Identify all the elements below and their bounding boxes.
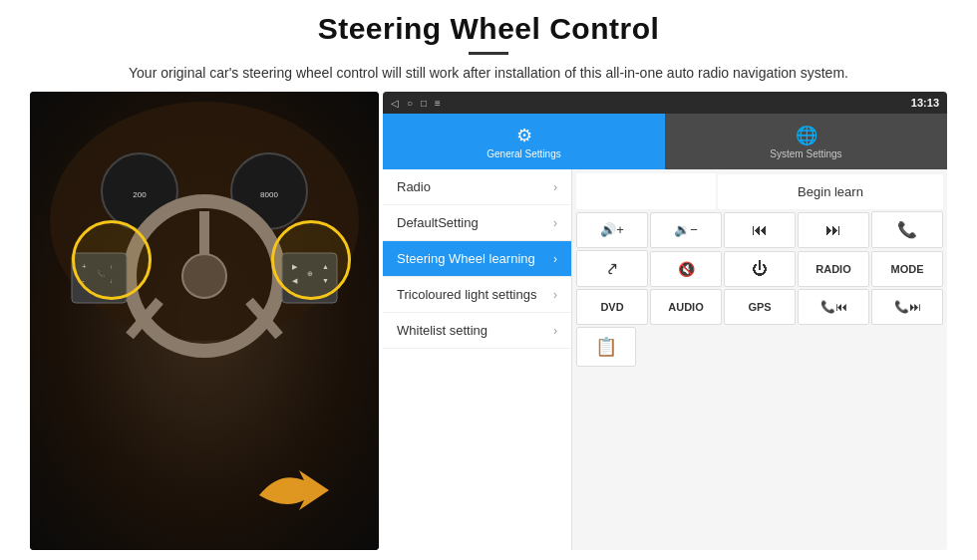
prev-track-icon: ⏮ [752, 221, 768, 239]
arrow-svg [249, 460, 349, 530]
title-divider [469, 52, 508, 55]
highlight-right [271, 220, 351, 300]
page-container: Steering Wheel Control Your original car… [0, 0, 977, 560]
content-section: 200 8000 + - 📞 ↑ [0, 92, 977, 560]
phone-icon: 📞 [897, 220, 917, 239]
dvd-button-label: DVD [600, 301, 623, 313]
phone-next-button[interactable]: 📞⏭ [871, 289, 943, 325]
power-icon: ⏻ [752, 260, 768, 278]
dvd-button[interactable]: DVD [576, 289, 648, 325]
mute-icon: 🔇 [678, 261, 695, 277]
phone-next-icon: 📞⏭ [894, 300, 921, 314]
menu-item-whitelist-label: Whitelist setting [397, 323, 553, 338]
tab-system[interactable]: 🌐 System Settings [665, 114, 947, 169]
svg-point-6 [182, 254, 226, 298]
audio-button-label: AUDIO [668, 301, 703, 313]
vol-up-button[interactable]: 🔊+ [576, 212, 648, 248]
control-row-4: DVD AUDIO GPS 📞⏮ 📞⏭ [576, 289, 943, 325]
hang-up-button[interactable]: ↩ [576, 250, 648, 287]
control-row-3: ↩ 🔇 ⏻ RADIO MODE [576, 250, 943, 287]
folder-button[interactable]: 📋 [576, 327, 636, 367]
begin-learn-button[interactable]: Begin learn [718, 174, 943, 209]
phone-prev-icon: 📞⏮ [820, 300, 847, 314]
power-button[interactable]: ⏻ [724, 251, 796, 287]
tab-general-label: General Settings [487, 148, 561, 159]
gps-button[interactable]: GPS [724, 289, 796, 325]
main-content: Radio › DefaultSetting › Steering Wheel … [383, 169, 947, 550]
menu-item-whitelist[interactable]: Whitelist setting › [383, 313, 571, 349]
car-image-bg: 200 8000 + - 📞 ↑ [30, 92, 379, 550]
menu-icon[interactable]: ≡ [435, 98, 441, 109]
chevron-right-icon: › [553, 180, 557, 194]
highlight-left [72, 220, 152, 300]
system-settings-icon: 🌐 [796, 125, 817, 146]
menu-item-defaultsetting[interactable]: DefaultSetting › [383, 205, 571, 241]
gps-button-label: GPS [748, 301, 771, 313]
tablet-panel: ◁ ○ □ ≡ 13:13 ⚙ General Settings 🌐 Syste… [383, 92, 947, 550]
back-icon[interactable]: ◁ [391, 98, 399, 109]
svg-text:8000: 8000 [260, 190, 278, 199]
radio-button[interactable]: RADIO [798, 251, 869, 287]
menu-item-steering-label: Steering Wheel learning [397, 251, 553, 266]
general-settings-icon: ⚙ [516, 125, 532, 146]
menu-item-default-label: DefaultSetting [397, 215, 553, 230]
control-panel: Begin learn 🔊+ 🔉− ⏮ [572, 169, 947, 550]
menu-item-tricoloured[interactable]: Tricoloured light settings › [383, 277, 571, 313]
mode-button-label: MODE [891, 263, 924, 275]
control-row-1: Begin learn [576, 173, 943, 209]
square-icon[interactable]: □ [421, 98, 427, 109]
empty-space [576, 173, 716, 209]
svg-text:200: 200 [133, 190, 147, 199]
control-row-2: 🔊+ 🔉− ⏮ ⏭ 📞 [576, 211, 943, 248]
vol-down-icon: 🔉− [674, 222, 698, 237]
menu-item-radio[interactable]: Radio › [383, 169, 571, 205]
tab-system-label: System Settings [770, 148, 841, 159]
vol-up-icon: 🔊+ [600, 222, 624, 237]
vol-down-button[interactable]: 🔉− [650, 212, 722, 248]
nav-tabs: ⚙ General Settings 🌐 System Settings [383, 114, 947, 169]
phone-button[interactable]: 📞 [871, 211, 943, 248]
control-row-5: 📋 [576, 327, 943, 367]
next-track-icon: ⏭ [825, 221, 841, 239]
next-track-button[interactable]: ⏭ [798, 212, 869, 248]
prev-track-button[interactable]: ⏮ [724, 212, 796, 248]
subtitle: Your original car's steering wheel contr… [80, 63, 897, 84]
header-section: Steering Wheel Control Your original car… [0, 0, 977, 92]
audio-button[interactable]: AUDIO [650, 289, 722, 325]
status-time: 13:13 [911, 97, 939, 109]
home-icon[interactable]: ○ [407, 98, 413, 109]
page-title: Steering Wheel Control [40, 12, 937, 46]
folder-icon: 📋 [595, 336, 617, 358]
status-bar: ◁ ○ □ ≡ 13:13 [383, 92, 947, 114]
chevron-right-icon-2: › [553, 216, 557, 230]
menu-panel: Radio › DefaultSetting › Steering Wheel … [383, 169, 572, 550]
phone-prev-button[interactable]: 📞⏮ [798, 289, 869, 325]
car-image-panel: 200 8000 + - 📞 ↑ [30, 92, 379, 550]
menu-item-radio-label: Radio [397, 179, 553, 194]
tab-general[interactable]: ⚙ General Settings [383, 114, 665, 169]
status-bar-left: ◁ ○ □ ≡ [391, 98, 441, 109]
chevron-right-icon-3: › [553, 252, 557, 266]
chevron-right-icon-4: › [553, 288, 557, 302]
mute-button[interactable]: 🔇 [650, 251, 722, 287]
hang-up-icon: ↩ [601, 257, 624, 280]
menu-item-tricoloured-label: Tricoloured light settings [397, 287, 553, 302]
chevron-right-icon-5: › [553, 324, 557, 338]
radio-button-label: RADIO [815, 263, 850, 275]
mode-button[interactable]: MODE [871, 251, 943, 287]
menu-item-steering[interactable]: Steering Wheel learning › [383, 241, 571, 277]
